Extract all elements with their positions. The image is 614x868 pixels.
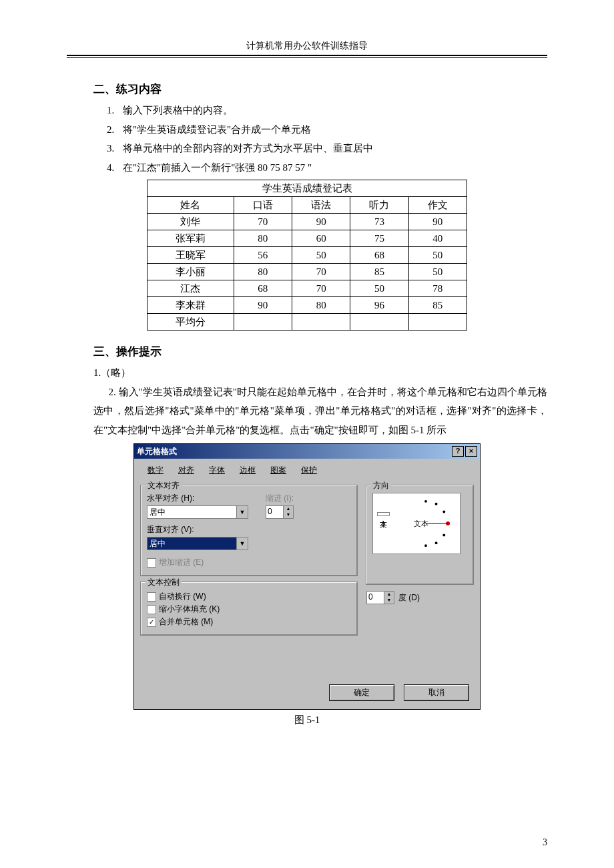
- cell: [350, 314, 408, 331]
- combo-value: 居中: [147, 537, 236, 550]
- item-number: 1.: [107, 101, 123, 120]
- degrees-label: 度 (D): [398, 592, 420, 604]
- orientation-dial[interactable]: 文本: [400, 497, 452, 550]
- cell: [234, 314, 292, 331]
- cell: 90: [408, 214, 467, 230]
- cell: [408, 314, 467, 331]
- indent-spinner[interactable]: 0 ▲▼: [266, 505, 294, 519]
- cell: 78: [408, 280, 467, 297]
- combo-value: 居中: [147, 506, 236, 518]
- svg-point-5: [435, 541, 438, 544]
- add-indent-checkbox: 增加缩进 (E): [147, 557, 351, 568]
- cell: 70: [292, 280, 350, 297]
- checkbox-icon[interactable]: [147, 605, 156, 614]
- item-text: 将"学生英语成绩登记表"合并成一个单元格: [123, 120, 311, 140]
- svg-point-2: [442, 511, 445, 513]
- group-label-alignment: 文本对齐: [145, 480, 182, 491]
- hints-body: 1.（略） 2. 输入"学生英语成绩登记表"时只能在起始单元格中，在合并时，将这…: [93, 363, 547, 439]
- section-heading-hints: 三、操作提示: [93, 344, 547, 359]
- tab-border[interactable]: 边框: [237, 464, 258, 477]
- vertical-align-combo[interactable]: 居中 ▼: [147, 537, 248, 550]
- item-number: 4.: [107, 158, 123, 178]
- item-text: 在"江杰"前插入一个新行"张强 80 75 87 57 ": [123, 158, 312, 178]
- table-row: 李小丽 80 70 85 50: [147, 264, 467, 280]
- grades-table: 学生英语成绩登记表 姓名 口语 语法 听力 作文 刘华 70 90 73 90 …: [147, 180, 467, 331]
- list-item: 2. 将"学生英语成绩登记表"合并成一个单元格: [107, 120, 547, 140]
- spinner-buttons[interactable]: ▲▼: [283, 506, 293, 518]
- cell: 李小丽: [147, 264, 234, 280]
- cell: [292, 314, 350, 331]
- cell: 50: [350, 280, 408, 297]
- horizontal-align-combo[interactable]: 居中 ▼: [147, 505, 248, 519]
- indent-label: 缩进 (I):: [266, 493, 294, 504]
- dialog-body: 数字 对齐 字体 边框 图案 保护 文本对齐 水平对齐 (: [134, 459, 480, 709]
- close-button[interactable]: ×: [465, 446, 477, 457]
- degrees-spinner[interactable]: 0 ▲▼: [366, 591, 394, 604]
- cell: 平均分: [147, 314, 234, 331]
- col-header: 语法: [292, 197, 350, 214]
- text-control-group: 文本控制 自动换行 (W) 缩小字体填充 (K) ✓: [141, 582, 357, 635]
- cell-format-dialog: 单元格格式 ? × 数字 对齐 字体 边框 图案 保护 文本对: [133, 443, 481, 710]
- checkbox-label: 缩小字体填充 (K): [159, 604, 220, 615]
- cell: 68: [234, 280, 292, 297]
- svg-point-0: [424, 500, 427, 503]
- help-button[interactable]: ?: [452, 446, 464, 457]
- tab-pattern[interactable]: 图案: [268, 464, 289, 477]
- merge-cells-checkbox[interactable]: ✓ 合并单元格 (M): [147, 616, 351, 628]
- degrees-row: 0 ▲▼ 度 (D): [366, 591, 473, 604]
- svg-point-6: [424, 544, 427, 547]
- cell: 73: [350, 214, 408, 230]
- table-row: 李来群 90 80 96 85: [147, 297, 467, 314]
- wrap-text-checkbox[interactable]: 自动换行 (W): [147, 591, 351, 602]
- spinner-buttons[interactable]: ▲▼: [384, 592, 394, 604]
- shrink-to-fit-checkbox[interactable]: 缩小字体填充 (K): [147, 604, 351, 615]
- table-row: 王晓军 56 50 68 50: [147, 247, 467, 264]
- svg-point-4: [442, 534, 445, 537]
- col-header: 口语: [234, 197, 292, 214]
- checkbox-label: 自动换行 (W): [159, 591, 206, 602]
- tab-font[interactable]: 字体: [206, 464, 228, 477]
- horizontal-align-label: 水平对齐 (H):: [147, 493, 248, 504]
- tab-number[interactable]: 数字: [145, 464, 166, 477]
- orientation-group: 方向 文本 文本: [366, 485, 473, 584]
- group-label-orientation: 方向: [371, 480, 391, 491]
- text-alignment-group: 文本对齐 水平对齐 (H): 居中 ▼: [141, 485, 357, 576]
- cell: 60: [292, 230, 350, 247]
- group-label-control: 文本控制: [145, 577, 182, 588]
- cell: 50: [408, 247, 467, 264]
- checkbox-icon[interactable]: [147, 592, 156, 602]
- practice-list: 1. 输入下列表格中的内容。 2. 将"学生英语成绩登记表"合并成一个单元格 3…: [107, 101, 547, 177]
- cell: 85: [350, 264, 408, 280]
- hint-item-1: 1.（略）: [93, 363, 547, 383]
- chevron-down-icon[interactable]: ▼: [236, 537, 248, 550]
- cell: 80: [234, 230, 292, 247]
- dialog-figure: 单元格格式 ? × 数字 对齐 字体 边框 图案 保护 文本对: [133, 443, 481, 726]
- table-row: 平均分: [147, 314, 467, 331]
- checkbox-icon[interactable]: ✓: [147, 618, 156, 627]
- cancel-button[interactable]: 取消: [404, 684, 469, 701]
- orientation-preview[interactable]: 文本 文本: [372, 493, 460, 554]
- col-header: 听力: [350, 197, 408, 214]
- table-row: 江杰 68 70 50 78: [147, 280, 467, 297]
- dialog-titlebar[interactable]: 单元格格式 ? ×: [134, 444, 480, 459]
- item-number: 2.: [107, 120, 123, 140]
- tab-protection[interactable]: 保护: [298, 464, 320, 477]
- dialog-button-row: 确定 取消: [141, 682, 473, 702]
- tab-alignment[interactable]: 对齐: [176, 464, 197, 477]
- list-item: 3. 将单元格中的全部内容的对齐方式为水平居中、垂直居中: [107, 139, 547, 158]
- vertical-align-label: 垂直对齐 (V):: [147, 524, 351, 535]
- list-item: 1. 输入下列表格中的内容。: [107, 101, 547, 120]
- vertical-text-button[interactable]: 文本: [377, 512, 390, 516]
- list-item: 4. 在"江杰"前插入一个新行"张强 80 75 87 57 ": [107, 158, 547, 178]
- cell: 68: [350, 247, 408, 264]
- cell: 56: [234, 247, 292, 264]
- cell: 80: [292, 297, 350, 314]
- cell: 90: [292, 214, 350, 230]
- cell: 李来群: [147, 297, 234, 314]
- chevron-down-icon[interactable]: ▼: [236, 506, 248, 518]
- cell: 96: [350, 297, 408, 314]
- ok-button[interactable]: 确定: [329, 684, 394, 701]
- checkbox-label: 合并单元格 (M): [159, 616, 213, 628]
- table-title: 学生英语成绩登记表: [147, 180, 467, 197]
- hint-item-2: 2. 输入"学生英语成绩登记表"时只能在起始单元格中，在合并时，将这个单元格和它…: [93, 383, 547, 440]
